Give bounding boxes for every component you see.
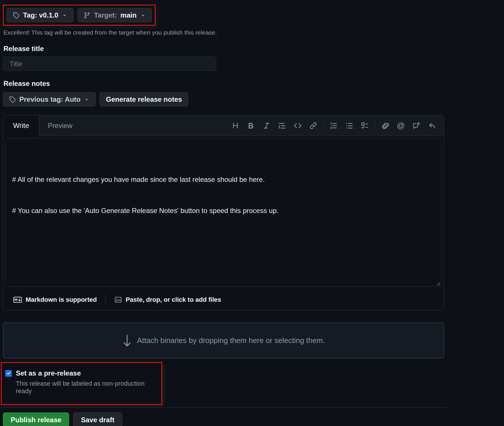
markdown-toolbar: 1 2: [228, 115, 444, 136]
code-icon[interactable]: [290, 119, 305, 132]
attach-binaries-text: Attach binaries by dropping them here or…: [137, 336, 325, 345]
section-divider: [0, 407, 446, 408]
paperclip-icon[interactable]: [377, 119, 393, 132]
markdown-supported-label: Markdown is supported: [26, 296, 97, 304]
svg-text:1: 1: [330, 122, 332, 125]
prerelease-description: This release will be labeled as non-prod…: [16, 380, 156, 395]
previous-tag-dropdown-button[interactable]: Previous tag: Auto: [3, 92, 96, 106]
tab-preview[interactable]: Preview: [39, 115, 81, 136]
save-draft-button[interactable]: Save draft: [73, 412, 122, 426]
tag-helper-text: Excellent! This tag will be created from…: [3, 29, 504, 36]
tab-write[interactable]: Write: [3, 115, 39, 136]
bold-icon[interactable]: [243, 119, 259, 132]
prerelease-label: Set as a pre-release: [16, 369, 81, 377]
paste-drop-files-label: Paste, drop, or click to add files: [126, 296, 221, 304]
attach-binaries-dropzone[interactable]: Attach binaries by dropping them here or…: [3, 323, 444, 359]
release-notes-controls: Previous tag: Auto Generate release note…: [3, 92, 504, 106]
editor-footer: Markdown is supported Paste, drop, or cl…: [3, 289, 444, 310]
toolbar-divider: [323, 121, 324, 130]
markdown-icon: [13, 297, 22, 303]
quote-icon[interactable]: [274, 119, 290, 132]
release-title-heading: Release title: [3, 45, 504, 53]
heading-icon[interactable]: [228, 119, 243, 132]
prerelease-checkbox[interactable]: [5, 370, 12, 377]
release-notes-text: # All of the relevant changes you have m…: [12, 176, 278, 214]
markdown-supported-link[interactable]: Markdown is supported: [13, 296, 97, 304]
target-dropdown-value: main: [120, 11, 137, 19]
reply-icon[interactable]: [424, 119, 440, 132]
git-branch-icon: [84, 12, 90, 19]
previous-tag-label: Previous tag: Auto: [19, 95, 80, 103]
tag-target-highlight-box: Tag: v0.1.0 Target: main: [3, 5, 156, 26]
tag-dropdown-label: Tag: v0.1.0: [23, 11, 58, 19]
unordered-list-icon[interactable]: [341, 119, 357, 132]
toolbar-divider: [375, 121, 375, 130]
release-notes-textarea[interactable]: # All of the relevant changes you have m…: [5, 138, 441, 287]
resize-handle[interactable]: [436, 281, 440, 285]
release-notes-heading: Release notes: [3, 80, 504, 88]
arrow-down-icon: [122, 334, 132, 347]
chevron-down-icon: [140, 12, 146, 18]
chevron-down-icon: [84, 97, 90, 102]
italic-icon[interactable]: [259, 119, 274, 132]
publish-release-button[interactable]: Publish release: [3, 412, 69, 426]
editor-tab-bar: Write Preview: [3, 115, 444, 136]
generate-release-notes-label: Generate release notes: [106, 95, 182, 103]
target-dropdown-button[interactable]: Target: main: [78, 8, 152, 22]
image-icon: [114, 296, 122, 304]
link-icon[interactable]: [305, 119, 321, 132]
svg-text:2: 2: [330, 126, 332, 129]
tasklist-icon[interactable]: [357, 119, 373, 132]
release-title-input[interactable]: [3, 57, 216, 71]
chevron-down-icon: [62, 12, 67, 18]
prerelease-highlight-box: Set as a pre-release This release will b…: [1, 362, 162, 405]
tag-icon: [13, 12, 20, 19]
release-notes-editor: Write Preview: [3, 115, 444, 310]
release-actions: Publish release Save draft: [3, 412, 504, 426]
ordered-list-icon[interactable]: 1 2: [326, 119, 341, 132]
tag-icon: [9, 96, 16, 103]
paste-drop-files-button[interactable]: Paste, drop, or click to add files: [114, 296, 221, 304]
generate-release-notes-button[interactable]: Generate release notes: [100, 92, 188, 106]
target-dropdown-label: Target:: [94, 11, 117, 19]
new-release-page: Tag: v0.1.0 Target: main Excellent! This…: [0, 0, 504, 426]
cross-reference-icon[interactable]: [409, 119, 424, 132]
mention-icon[interactable]: @: [393, 119, 409, 132]
tag-dropdown-button[interactable]: Tag: v0.1.0: [7, 8, 73, 22]
footer-divider: [105, 293, 106, 306]
